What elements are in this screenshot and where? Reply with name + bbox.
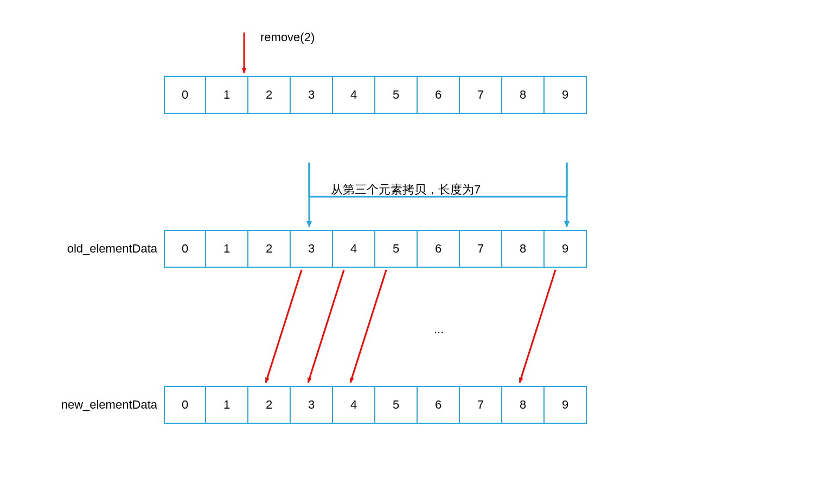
array-cell: 3 — [291, 230, 333, 268]
array-cell: 9 — [545, 76, 587, 114]
array-cell: 5 — [375, 76, 418, 114]
array-cell: 1 — [206, 76, 248, 114]
array-cell: 1 — [206, 386, 248, 424]
shift-arrow-3-2 — [266, 270, 302, 383]
array-cell: 6 — [418, 386, 460, 424]
array-cell: 8 — [502, 230, 545, 268]
array-cell: 1 — [206, 230, 248, 268]
old-array-label: old_elementData — [52, 242, 157, 256]
array-cell: 3 — [291, 76, 333, 114]
array-cell: 4 — [333, 76, 375, 114]
array-cell: 6 — [418, 76, 460, 114]
array-cell: 8 — [502, 76, 545, 114]
copy-note-label: 从第三个元素拷贝，长度为7 — [331, 182, 481, 198]
array-cell: 4 — [333, 386, 375, 424]
array-old: 0 1 2 3 4 5 6 7 8 9 — [164, 230, 587, 268]
new-array-label: new_elementData — [46, 398, 157, 412]
ellipsis: ... — [434, 322, 444, 337]
array-cell: 9 — [545, 386, 587, 424]
array-cell: 2 — [248, 386, 291, 424]
array-cell: 0 — [164, 76, 206, 114]
array-cell: 5 — [375, 230, 418, 268]
array-cell: 3 — [291, 386, 333, 424]
array-cell: 2 — [248, 230, 291, 268]
shift-arrow-4-3 — [308, 270, 344, 383]
array-cell: 4 — [333, 230, 375, 268]
array-initial: 0 1 2 3 4 5 6 7 8 9 — [164, 76, 587, 114]
array-cell: 2 — [248, 76, 291, 114]
array-cell: 7 — [460, 386, 502, 424]
diagram-stage: remove(2) 0 1 2 3 4 5 6 7 8 9 从第三个元素拷贝，长… — [0, 0, 819, 504]
shift-arrow-5-4 — [350, 270, 386, 383]
shift-arrow-9-8 — [520, 270, 555, 383]
array-cell: 6 — [418, 230, 460, 268]
array-cell: 7 — [460, 76, 502, 114]
array-new: 0 1 2 3 4 5 6 7 8 9 — [164, 386, 587, 424]
array-cell: 7 — [460, 230, 502, 268]
remove-call-label: remove(2) — [260, 30, 315, 44]
array-cell: 5 — [375, 386, 418, 424]
array-cell: 9 — [545, 230, 587, 268]
array-cell: 0 — [164, 230, 206, 268]
array-cell: 0 — [164, 386, 206, 424]
array-cell: 8 — [502, 386, 545, 424]
